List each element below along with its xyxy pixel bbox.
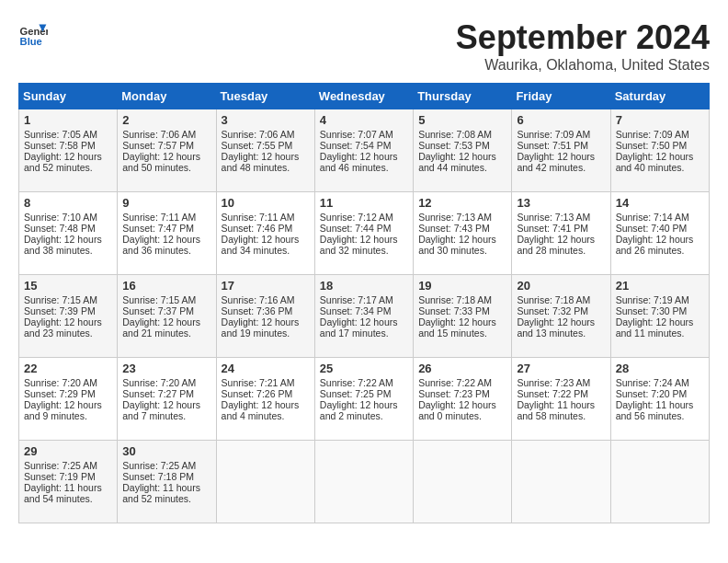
sunset: Sunset: 7:53 PM	[418, 140, 490, 151]
day-number: 24	[222, 362, 310, 375]
calendar-cell	[314, 441, 413, 523]
sunset: Sunset: 7:20 PM	[616, 388, 688, 399]
sunset: Sunset: 7:27 PM	[122, 388, 194, 399]
daylight: Daylight: 12 hours and 52 minutes.	[24, 151, 102, 173]
calendar-week-1: 1Sunrise: 7:05 AMSunset: 7:58 PMDaylight…	[19, 109, 710, 192]
calendar-cell: 22Sunrise: 7:20 AMSunset: 7:29 PMDayligh…	[19, 358, 118, 441]
day-number: 8	[24, 196, 112, 210]
daylight: Daylight: 12 hours and 23 minutes.	[24, 316, 102, 339]
sunrise: Sunrise: 7:17 AM	[320, 294, 393, 305]
sunrise: Sunrise: 7:16 AM	[222, 294, 295, 305]
daylight: Daylight: 12 hours and 32 minutes.	[320, 234, 398, 256]
daylight: Daylight: 12 hours and 48 minutes.	[222, 151, 300, 173]
daylight: Daylight: 12 hours and 50 minutes.	[122, 151, 200, 173]
day-header-sunday: Sunday	[19, 84, 118, 109]
sunrise: Sunrise: 7:11 AM	[222, 212, 295, 223]
calendar-cell: 12Sunrise: 7:13 AMSunset: 7:43 PMDayligh…	[414, 192, 512, 275]
day-header-friday: Friday	[512, 84, 610, 109]
page-header: General Blue September 2024 Waurika, Okl…	[18, 18, 710, 74]
sunrise: Sunrise: 7:25 AM	[24, 460, 97, 471]
calendar-cell: 10Sunrise: 7:11 AMSunset: 7:46 PMDayligh…	[216, 192, 314, 275]
day-number: 20	[517, 279, 605, 293]
logo: General Blue	[18, 18, 48, 48]
calendar-cell: 16Sunrise: 7:15 AMSunset: 7:37 PMDayligh…	[118, 275, 216, 358]
day-number: 29	[24, 444, 112, 458]
sunrise: Sunrise: 7:24 AM	[616, 377, 689, 388]
sunset: Sunset: 7:34 PM	[320, 305, 392, 316]
sunrise: Sunrise: 7:22 AM	[320, 377, 393, 388]
sunset: Sunset: 7:46 PM	[222, 223, 293, 234]
sunset: Sunset: 7:54 PM	[320, 140, 392, 151]
calendar-week-3: 15Sunrise: 7:15 AMSunset: 7:39 PMDayligh…	[19, 275, 710, 358]
sunset: Sunset: 7:30 PM	[616, 305, 688, 316]
sunrise: Sunrise: 7:18 AM	[418, 294, 492, 305]
sunset: Sunset: 7:51 PM	[517, 140, 588, 151]
day-number: 18	[320, 279, 408, 293]
day-number: 17	[222, 279, 310, 293]
sunset: Sunset: 7:58 PM	[24, 140, 96, 151]
calendar-cell: 1Sunrise: 7:05 AMSunset: 7:58 PMDaylight…	[19, 109, 118, 192]
calendar-cell: 7Sunrise: 7:09 AMSunset: 7:50 PMDaylight…	[610, 109, 709, 192]
sunset: Sunset: 7:44 PM	[320, 223, 392, 234]
daylight: Daylight: 11 hours and 52 minutes.	[122, 482, 200, 504]
sunrise: Sunrise: 7:23 AM	[517, 377, 590, 388]
day-number: 30	[122, 444, 210, 458]
sunset: Sunset: 7:23 PM	[418, 388, 490, 399]
calendar-cell: 4Sunrise: 7:07 AMSunset: 7:54 PMDaylight…	[314, 109, 413, 192]
sunset: Sunset: 7:32 PM	[517, 305, 588, 316]
calendar-cell: 23Sunrise: 7:20 AMSunset: 7:27 PMDayligh…	[118, 358, 216, 441]
sunset: Sunset: 7:37 PM	[122, 305, 194, 316]
day-header-saturday: Saturday	[610, 84, 709, 109]
calendar-cell: 5Sunrise: 7:08 AMSunset: 7:53 PMDaylight…	[414, 109, 512, 192]
sunset: Sunset: 7:55 PM	[222, 140, 293, 151]
sunset: Sunset: 7:43 PM	[418, 223, 490, 234]
day-number: 6	[517, 113, 605, 127]
day-number: 5	[418, 113, 506, 127]
day-number: 28	[616, 362, 704, 375]
calendar-week-5: 29Sunrise: 7:25 AMSunset: 7:19 PMDayligh…	[19, 441, 710, 523]
day-number: 4	[320, 113, 408, 127]
calendar-cell: 26Sunrise: 7:22 AMSunset: 7:23 PMDayligh…	[414, 358, 512, 441]
sunrise: Sunrise: 7:06 AM	[222, 129, 295, 140]
calendar-cell: 14Sunrise: 7:14 AMSunset: 7:40 PMDayligh…	[610, 192, 709, 275]
calendar-cell: 15Sunrise: 7:15 AMSunset: 7:39 PMDayligh…	[19, 275, 118, 358]
daylight: Daylight: 11 hours and 56 minutes.	[616, 399, 694, 421]
calendar-cell: 11Sunrise: 7:12 AMSunset: 7:44 PMDayligh…	[314, 192, 413, 275]
daylight: Daylight: 12 hours and 46 minutes.	[320, 151, 398, 173]
daylight: Daylight: 12 hours and 30 minutes.	[418, 234, 496, 256]
daylight: Daylight: 12 hours and 28 minutes.	[517, 234, 595, 256]
sunset: Sunset: 7:25 PM	[320, 388, 392, 399]
day-number: 25	[320, 362, 408, 375]
daylight: Daylight: 11 hours and 54 minutes.	[24, 482, 102, 504]
sunset: Sunset: 7:18 PM	[122, 471, 194, 482]
sunrise: Sunrise: 7:09 AM	[517, 129, 590, 140]
day-number: 9	[122, 196, 210, 210]
daylight: Daylight: 12 hours and 2 minutes.	[320, 399, 398, 421]
daylight: Daylight: 12 hours and 21 minutes.	[122, 316, 200, 339]
sunrise: Sunrise: 7:25 AM	[122, 460, 196, 471]
sunset: Sunset: 7:47 PM	[122, 223, 194, 234]
day-number: 2	[122, 113, 210, 127]
daylight: Daylight: 12 hours and 44 minutes.	[418, 151, 496, 173]
sunset: Sunset: 7:26 PM	[222, 388, 293, 399]
sunset: Sunset: 7:50 PM	[616, 140, 688, 151]
calendar-cell: 19Sunrise: 7:18 AMSunset: 7:33 PMDayligh…	[414, 275, 512, 358]
daylight: Daylight: 12 hours and 40 minutes.	[616, 151, 694, 173]
sunrise: Sunrise: 7:13 AM	[517, 212, 590, 223]
calendar-cell: 30Sunrise: 7:25 AMSunset: 7:18 PMDayligh…	[118, 441, 216, 523]
daylight: Daylight: 12 hours and 4 minutes.	[222, 399, 300, 421]
sunset: Sunset: 7:40 PM	[616, 223, 688, 234]
daylight: Daylight: 12 hours and 42 minutes.	[517, 151, 595, 173]
daylight: Daylight: 12 hours and 38 minutes.	[24, 234, 102, 256]
sunrise: Sunrise: 7:10 AM	[24, 212, 97, 223]
sunset: Sunset: 7:33 PM	[418, 305, 490, 316]
sunrise: Sunrise: 7:12 AM	[320, 212, 393, 223]
sunrise: Sunrise: 7:13 AM	[418, 212, 492, 223]
day-number: 1	[24, 113, 112, 127]
svg-text:Blue: Blue	[20, 36, 42, 47]
calendar-cell: 29Sunrise: 7:25 AMSunset: 7:19 PMDayligh…	[19, 441, 118, 523]
calendar-week-4: 22Sunrise: 7:20 AMSunset: 7:29 PMDayligh…	[19, 358, 710, 441]
sunset: Sunset: 7:48 PM	[24, 223, 96, 234]
day-number: 26	[418, 362, 506, 375]
day-number: 11	[320, 196, 408, 210]
